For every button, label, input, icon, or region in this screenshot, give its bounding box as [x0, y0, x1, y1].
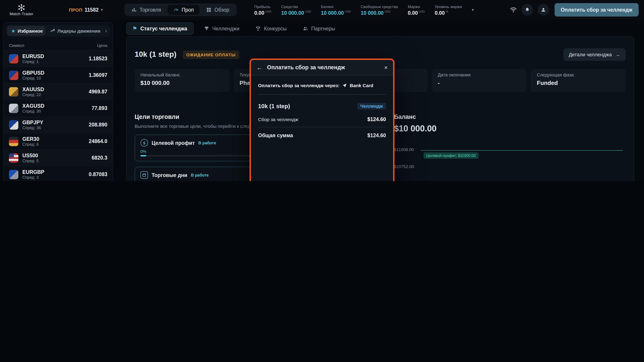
modal-body: Оплатить сбор за челлендж через: Bank Ca… [251, 75, 393, 181]
tab-favorites[interactable]: ★ Избранное [7, 26, 45, 36]
tab-trading-label: Торговля [140, 7, 161, 12]
account-id: 11582 [84, 7, 98, 12]
gbpusd-flag-icon [9, 70, 18, 80]
trophy-icon [204, 26, 209, 31]
watchlist-row[interactable]: EURGBPСпред: 3 0.87083 [4, 166, 113, 181]
profile-button[interactable] [537, 4, 549, 16]
status-badge: В работе [198, 141, 216, 145]
tab-trading[interactable]: Торговля [126, 5, 167, 15]
status-badge: В работе [191, 173, 209, 177]
ger30-flag-icon [9, 137, 18, 146]
eurgbp-flag-icon [9, 170, 18, 179]
column-symbol: Символ [9, 43, 24, 48]
topbar: Match·Trader ПРОП 11582 ▾ Торговля Проп [0, 0, 644, 20]
prop-icon [174, 7, 179, 12]
watchlist-row[interactable]: XAUUSDСпред: 22 4969.87 [4, 84, 113, 100]
challenge-title: 10k (1 step) [134, 50, 176, 59]
cup-icon [256, 26, 261, 31]
tab-challenges[interactable]: Челленджи [198, 23, 245, 34]
brand-name: Match·Trader [10, 11, 33, 16]
payment-pending-badge: ОЖИДАНИЕ ОПЛАТЫ [183, 50, 239, 59]
arrow-right-icon: → [616, 52, 620, 57]
payment-method-icon [342, 83, 347, 88]
eurusd-flag-icon [9, 54, 18, 63]
account-selector[interactable]: ПРОП 11582 ▾ [69, 7, 103, 12]
partners-icon [303, 26, 308, 31]
total-value: $124.60 [368, 133, 386, 138]
xagusd-silver-icon [9, 103, 18, 113]
sidebar: ★ Избранное Лидеры движения › Символ Цен… [3, 22, 113, 181]
pay-challenge-fee-button[interactable]: Оплатить сбор за челлендж [554, 3, 639, 16]
tab-movers[interactable]: Лидеры движения [46, 26, 102, 36]
close-icon[interactable]: × [384, 64, 388, 71]
challenge-details-button[interactable]: Детали челленджа → [563, 48, 626, 61]
wifi-icon [510, 7, 517, 13]
stat-equity: Средства 10 000.00USD [281, 4, 311, 15]
stats-chevron-down-icon[interactable]: ▾ [472, 7, 474, 12]
watchlist-row[interactable]: XAGUSDСпред: 30 77.893 [4, 100, 113, 117]
info-card-next-phase: Следующая фазаFunded [531, 69, 626, 92]
stat-balance: Баланс 10 000.00USD [321, 4, 351, 15]
xauusd-gold-icon [9, 87, 18, 96]
payment-method-row: Оплатить сбор за челлендж через: Bank Ca… [258, 83, 386, 88]
main-tabs: ⚑ Статус челленджа Челленджи Конкурсы Па… [126, 22, 341, 35]
tab-prop[interactable]: Проп [168, 5, 200, 15]
star-icon: ★ [11, 28, 16, 33]
pay-challenge-fee-modal: ← Оплатить сбор за челлендж × Оплатить с… [250, 58, 394, 181]
tab-contests[interactable]: Конкурсы [250, 23, 292, 34]
modal-title: Оплатить сбор за челлендж [267, 64, 345, 71]
match-trader-logo-icon [18, 4, 25, 11]
balance-chart: $11008.00 $10752.00 $10496.00 $10240.00 … [394, 140, 626, 181]
chevron-right-icon[interactable]: › [103, 28, 109, 34]
stat-profit: Прибыль 0.00USD [254, 4, 271, 15]
watchlist-row[interactable]: GBPUSDСпред: 10 1.36097 [4, 67, 113, 84]
tab-prop-label: Проп [182, 7, 194, 12]
user-icon [540, 7, 546, 12]
balance-title: Баланс [394, 113, 626, 120]
trading-icon [132, 7, 137, 12]
account-type: ПРОП [69, 7, 82, 12]
watchlist-tabs: ★ Избранное Лидеры движения › [6, 25, 110, 37]
modal-header: ← Оплатить сбор за челлендж × [251, 60, 393, 75]
challenge-badge: Челлендж [357, 103, 386, 109]
calendar-icon [140, 171, 148, 179]
info-card-initial-balance: Начальный баланс$10 000.00 [134, 69, 229, 92]
payment-method-value: Bank Card [350, 83, 373, 88]
column-price: Цена [97, 43, 107, 48]
account-stats: Прибыль 0.00USD Средства 10 000.00USD Ба… [254, 4, 474, 15]
back-arrow-icon[interactable]: ← [256, 64, 262, 71]
top-nav-tabs: Торговля Проп Обзор [124, 3, 236, 16]
tab-challenge-status[interactable]: ⚑ Статус челленджа [126, 22, 194, 35]
dollar-icon: $ [140, 139, 148, 147]
tab-partners[interactable]: Партнеры [297, 23, 341, 34]
chevron-down-icon: ▾ [101, 7, 103, 12]
brand-logo: Match·Trader [5, 4, 38, 16]
fee-label: Сбор за челлендж [258, 117, 298, 122]
stat-margin: Маржа 0.00USD [408, 4, 425, 15]
overview-icon [206, 7, 212, 12]
stat-free-margin: Свободные средства 10 000.00USD [361, 4, 398, 15]
app-root: Match·Trader ПРОП 11582 ▾ Торговля Проп [0, 0, 644, 181]
watchlist-row[interactable]: EURUSDСпред: 1 1.18523 [4, 50, 113, 67]
us500-flag-icon [9, 153, 18, 162]
flag-icon: ⚑ [132, 25, 137, 32]
total-label: Общая сумма [258, 133, 293, 138]
fee-value: $124.60 [368, 117, 386, 122]
watchlist-row[interactable]: GER30Спред: 6 24864.0 [4, 133, 113, 150]
watchlist-row[interactable]: GBPJPYСпред: 36 208.890 [4, 117, 113, 133]
target-profit-annotation: Целевой профит: $11000.00 [424, 152, 478, 159]
info-card-end-date: Дата окончания- [432, 69, 526, 92]
balance-value: $10 000.00 [394, 124, 626, 134]
bell-icon [524, 7, 530, 12]
watchlist-row[interactable]: US500Спред: 5 6820.3 [4, 150, 113, 166]
target-profit-line [421, 150, 623, 151]
tab-overview[interactable]: Обзор [200, 5, 235, 15]
stat-margin-level: Уровень маржи 0.00% [435, 4, 462, 15]
notifications-button[interactable] [521, 4, 533, 16]
watchlist-header: Символ Цена [4, 41, 113, 50]
balance-chart-section: Баланс $10 000.00 $11008.00 $10752.00 $1… [394, 113, 626, 181]
topbar-icons [510, 4, 549, 16]
tab-overview-label: Обзор [214, 7, 229, 12]
gbpjpy-flag-icon [9, 120, 18, 129]
trend-icon [50, 28, 55, 33]
